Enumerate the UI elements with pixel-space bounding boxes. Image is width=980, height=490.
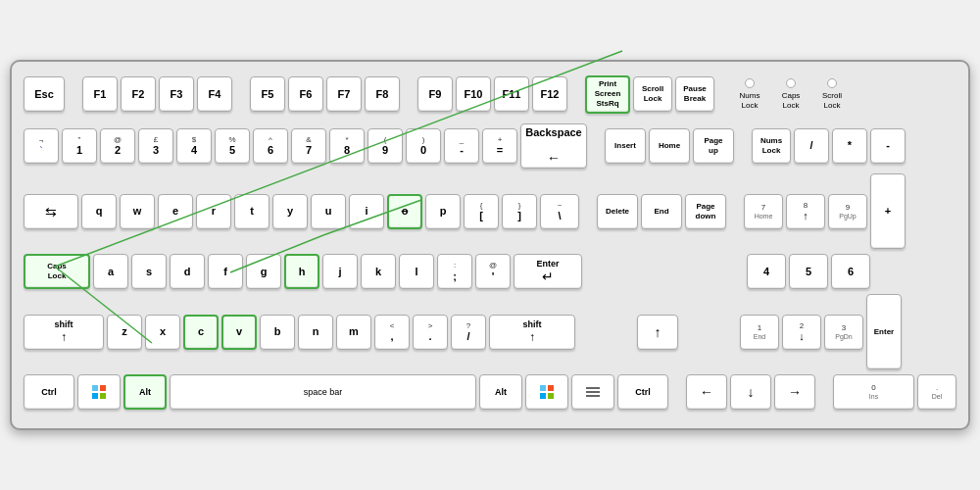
key-down-arrow[interactable]: ↓: [730, 374, 771, 410]
key-1[interactable]: "1: [62, 128, 97, 164]
key-pause-break[interactable]: PauseBreak: [675, 76, 714, 112]
key-num0[interactable]: 0Ins: [833, 374, 914, 410]
key-right-alt[interactable]: Alt: [479, 374, 522, 410]
key-quote[interactable]: @': [475, 254, 511, 289]
key-f11[interactable]: F11: [494, 76, 529, 112]
key-tab[interactable]: ⇆: [24, 194, 78, 229]
key-o[interactable]: o: [387, 194, 422, 229]
key-9[interactable]: (9: [368, 128, 403, 164]
key-p[interactable]: p: [425, 194, 461, 229]
key-delete[interactable]: Delete: [597, 194, 638, 229]
key-right-win[interactable]: [525, 374, 568, 410]
key-numlock[interactable]: NumsLock: [752, 128, 791, 164]
key-print-screen[interactable]: PrintScreenStsRq: [585, 75, 630, 114]
key-l[interactable]: l: [399, 254, 434, 289]
key-right-ctrl[interactable]: Ctrl: [617, 374, 668, 410]
key-w[interactable]: w: [120, 194, 155, 229]
key-left-win[interactable]: [77, 374, 121, 410]
key-num8[interactable]: 8↑: [786, 194, 825, 229]
key-f[interactable]: f: [208, 254, 243, 289]
key-num4[interactable]: 4: [747, 254, 786, 289]
key-f5[interactable]: F5: [250, 76, 285, 112]
key-j[interactable]: j: [322, 254, 358, 289]
key-backslash[interactable]: ~\: [540, 194, 579, 229]
key-left-ctrl[interactable]: Ctrl: [24, 374, 74, 410]
key-f6[interactable]: F6: [288, 76, 323, 112]
key-comma[interactable]: <,: [374, 315, 410, 350]
key-m[interactable]: m: [336, 315, 371, 350]
key-num-dot[interactable]: .Del: [917, 374, 956, 410]
key-num-multiply[interactable]: *: [832, 128, 867, 164]
key-f1[interactable]: F1: [82, 76, 118, 112]
key-home[interactable]: Home: [649, 128, 690, 164]
key-num-enter[interactable]: Enter: [866, 294, 902, 369]
key-num2[interactable]: 2↓: [782, 315, 821, 350]
key-end[interactable]: End: [641, 194, 682, 229]
key-k[interactable]: k: [361, 254, 396, 289]
key-n[interactable]: n: [298, 315, 333, 350]
key-c[interactable]: c: [183, 315, 219, 350]
key-num5[interactable]: 5: [789, 254, 828, 289]
key-num6[interactable]: 6: [831, 254, 870, 289]
key-space[interactable]: space bar: [170, 374, 476, 410]
key-num9[interactable]: 9PgUp: [828, 194, 867, 229]
key-left-arrow[interactable]: ←: [686, 374, 727, 410]
key-2[interactable]: @2: [100, 128, 135, 164]
key-period[interactable]: >.: [413, 315, 448, 350]
key-s[interactable]: s: [131, 254, 167, 289]
key-q[interactable]: q: [81, 194, 117, 229]
key-backspace[interactable]: Backspace←: [520, 123, 587, 170]
key-8[interactable]: *8: [329, 128, 365, 164]
key-num3[interactable]: 3PgDn: [824, 315, 863, 350]
key-slash[interactable]: ?/: [451, 315, 486, 350]
key-7[interactable]: &7: [291, 128, 326, 164]
key-t[interactable]: t: [234, 194, 270, 229]
key-f8[interactable]: F8: [365, 76, 400, 112]
key-b[interactable]: b: [260, 315, 295, 350]
key-f7[interactable]: F7: [326, 76, 362, 112]
key-minus[interactable]: _-: [444, 128, 479, 164]
key-right-shift[interactable]: shift ↑: [489, 315, 575, 350]
key-num1[interactable]: 1End: [740, 315, 779, 350]
key-equals[interactable]: +=: [482, 128, 517, 164]
key-r[interactable]: r: [196, 194, 231, 229]
key-left-shift[interactable]: shift ↑: [24, 315, 104, 350]
key-v[interactable]: v: [221, 315, 257, 350]
key-num7[interactable]: 7Home: [744, 194, 783, 229]
key-x[interactable]: x: [145, 315, 180, 350]
key-6[interactable]: ^6: [253, 128, 288, 164]
key-i[interactable]: i: [349, 194, 384, 229]
key-num-slash[interactable]: /: [794, 128, 829, 164]
key-right-arrow[interactable]: →: [774, 374, 815, 410]
key-f9[interactable]: F9: [417, 76, 453, 112]
key-caps-lock[interactable]: CapsLock: [24, 254, 90, 289]
key-num-minus[interactable]: -: [870, 128, 906, 164]
key-lbracket[interactable]: {[: [464, 194, 499, 229]
key-g[interactable]: g: [246, 254, 281, 289]
key-num-plus[interactable]: +: [870, 173, 906, 249]
key-left-alt[interactable]: Alt: [123, 374, 167, 410]
key-page-down[interactable]: Pagedown: [685, 194, 726, 229]
key-3[interactable]: £3: [138, 128, 173, 164]
key-esc[interactable]: Esc: [24, 76, 65, 112]
key-page-up[interactable]: Pageup: [693, 128, 734, 164]
key-rbracket[interactable]: }]: [502, 194, 537, 229]
key-menu[interactable]: [571, 374, 614, 410]
key-d[interactable]: d: [170, 254, 205, 289]
key-4[interactable]: $4: [176, 128, 212, 164]
key-5[interactable]: %5: [215, 128, 250, 164]
key-f2[interactable]: F2: [121, 76, 156, 112]
key-f4[interactable]: F4: [197, 76, 232, 112]
key-u[interactable]: u: [311, 194, 346, 229]
key-scroll-lock[interactable]: ScrollLock: [633, 76, 672, 112]
key-f10[interactable]: F10: [456, 76, 491, 112]
key-h[interactable]: h: [284, 254, 319, 289]
key-insert[interactable]: Insert: [605, 128, 646, 164]
key-f12[interactable]: F12: [532, 76, 567, 112]
key-e[interactable]: e: [158, 194, 193, 229]
key-enter[interactable]: Enter↵: [514, 254, 582, 289]
key-0[interactable]: )0: [406, 128, 441, 164]
key-f3[interactable]: F3: [159, 76, 194, 112]
key-semicolon[interactable]: :;: [437, 254, 472, 289]
key-y[interactable]: y: [272, 194, 308, 229]
